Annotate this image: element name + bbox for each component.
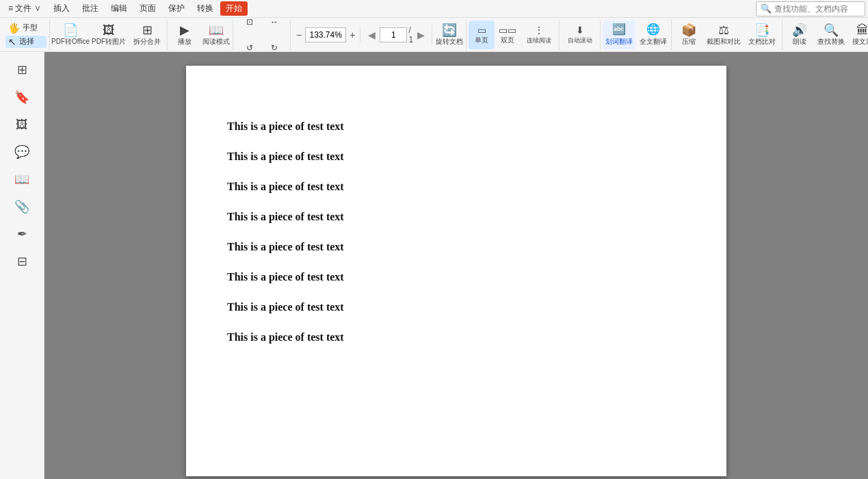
search-input[interactable] [774,4,856,14]
layers-icon: ⊟ [17,254,27,269]
zoom-area: − + [291,27,360,42]
menu-convert[interactable]: 转换 [192,1,219,16]
thumbnail-icon: ⊞ [17,62,27,77]
pdf-page: This is a piece of test textThis is a pi… [186,66,726,476]
full-translate-icon: 🌐 [646,23,660,36]
view-layout-group: ▭ 单页 ▭▭ 双页 ⋮ 连续阅读 [467,20,560,50]
double-page-icon: ▭▭ [499,25,516,35]
comment-icon: 💬 [14,144,29,159]
fit-page-icon: ⊡ [246,17,253,27]
reading-icon: 📖 [14,172,29,187]
sidebar-item-bookmark[interactable]: 🔖 [8,85,36,109]
compare-icon: ⚖ [718,24,729,36]
auto-scroll-group: ⬇ 自动滚动 [560,20,601,50]
auto-scroll-icon: ⬇ [576,25,584,36]
pdf-text-line: This is a piece of test text [227,301,685,313]
single-page-btn[interactable]: ▭ 单页 [469,21,495,49]
hand-tool[interactable]: 🖐 手型 [5,22,47,34]
compare-btn[interactable]: ⚖ 截图和对比 [705,21,742,49]
double-page-btn[interactable]: ▭▭ 双页 [495,21,521,49]
pdf-text-line: This is a piece of test text [227,271,685,283]
menu-bar: ≡ 文件 ∨ 插入 批注 编辑 页面 保护 转换 开始 🔍 [0,0,868,18]
compress-compare-group: 📦 压缩 ⚖ 截图和对比 📑 文档比对 [672,20,782,50]
single-page-icon: ▭ [477,25,486,35]
compare2-btn[interactable]: 📑 文档比对 [744,21,780,49]
rotate-right-icon: ↻ [271,43,278,53]
read-aloud-icon: 🔊 [792,24,807,36]
image-icon: 🖼 [16,118,28,132]
zoom-in-btn[interactable]: + [347,29,357,40]
rotate-file-icon: 🔄 [442,24,457,36]
continuous-read-btn[interactable]: ⋮ 连续阅读 [521,23,557,47]
pdf-to-image-btn[interactable]: 🖼 PDF转图片 [90,21,127,49]
doc-library-icon: 🏛 [856,24,868,36]
compress-icon: 📦 [681,24,696,36]
prev-page-btn[interactable]: ◀ [365,29,378,40]
pdf-image-icon: 🖼 [103,24,115,36]
select-tool[interactable]: ↖ 选择 [5,36,47,48]
read-aloud-btn[interactable]: 🔊 朗读 [785,21,815,49]
pdf-text-line: This is a piece of test text [227,181,685,193]
view-mode-group: ⊡ ↔ ↺ ↻ [234,20,291,50]
word-translate-icon: 🔤 [612,23,626,36]
pdf-text-line: This is a piece of test text [227,331,685,344]
sidebar-item-reading[interactable]: 📖 [8,167,36,192]
fit-width-btn[interactable]: ↔ [263,10,286,34]
rotate-left-icon: ↺ [246,43,253,53]
toolbar: 🖐 手型 ↖ 选择 📄 PDF转Office 🖼 PDF转图片 ⊞ 拆分合并 ▶… [0,18,868,52]
translate-group: 🔤 划词翻译 🌐 全文翻译 [601,20,672,50]
search-bar: 🔍 [756,1,865,16]
pdf-to-office-btn[interactable]: 📄 PDF转Office [52,21,89,49]
bookmark-icon: 🔖 [14,90,29,105]
sidebar-item-attach[interactable]: 📎 [8,194,36,219]
rotate-file-group: 🔄 旋转文档 [433,20,466,50]
page-nav: ◀ / 1 ▶ [361,25,432,44]
menu-insert[interactable]: 插入 [48,1,75,16]
next-page-btn[interactable]: ▶ [415,29,428,40]
misc-group: 🔊 朗读 🔍 查找替换 🏛 搜文库 [783,20,868,50]
pdf-text-line: This is a piece of test text [227,211,685,223]
split-merge-icon: ⊞ [142,24,153,36]
pdf-viewport[interactable]: This is a piece of test textThis is a pi… [44,52,868,479]
pdf-office-group: 📄 PDF转Office 🖼 PDF转图片 ⊞ 拆分合并 [51,20,168,50]
sidebar-item-thumbnail[interactable]: ⊞ [8,57,36,82]
find-replace-icon: 🔍 [824,24,839,36]
read-mode-icon: 📖 [209,24,224,36]
menu-file[interactable]: ≡ 文件 ∨ [3,1,47,16]
sidebar-item-sign[interactable]: ✒ [8,222,36,246]
play-icon: ▶ [180,24,189,36]
menu-protect[interactable]: 保护 [163,1,190,16]
menu-edit[interactable]: 编辑 [105,1,133,16]
sidebar-item-layers[interactable]: ⊟ [8,249,36,274]
play-btn[interactable]: ▶ 播放 [170,21,200,49]
full-translate-btn[interactable]: 🌐 全文翻译 [637,21,670,49]
split-merge-btn[interactable]: ⊞ 拆分合并 [129,21,166,49]
sign-icon: ✒ [17,226,27,242]
menu-page[interactable]: 页面 [134,1,161,16]
compress-btn[interactable]: 📦 压缩 [674,21,704,49]
continuous-icon: ⋮ [534,25,544,36]
pdf-text-line: This is a piece of test text [227,241,685,253]
sidebar-item-image[interactable]: 🖼 [8,112,36,137]
auto-scroll-btn[interactable]: ⬇ 自动滚动 [562,23,599,47]
zoom-input[interactable] [305,27,346,42]
fit-page-btn[interactable]: ⊡ [238,10,261,34]
pdf-text-line: This is a piece of test text [227,120,685,133]
fit-width-icon: ↔ [270,17,278,27]
pdf-text-line: This is a piece of test text [227,151,685,163]
word-translate-btn[interactable]: 🔤 划词翻译 [603,21,635,49]
page-input[interactable] [380,27,407,42]
zoom-out-btn[interactable]: − [294,29,304,40]
sidebar-item-comment[interactable]: 💬 [8,140,36,164]
attach-icon: 📎 [14,199,29,214]
play-read-group: ▶ 播放 📖 阅读模式 [168,20,233,50]
compare2-icon: 📑 [754,24,770,36]
hand-select-group: 🖐 手型 ↖ 选择 [3,20,50,50]
find-replace-btn[interactable]: 🔍 查找替换 [816,21,846,49]
read-mode-btn[interactable]: 📖 阅读模式 [201,21,231,49]
menu-annotate[interactable]: 批注 [77,1,104,16]
doc-library-btn[interactable]: 🏛 搜文库 [847,21,868,49]
content-area: ⊞ 🔖 🖼 💬 📖 📎 ✒ ⊟ This is a piece of test … [0,52,868,479]
pdf-content: This is a piece of test textThis is a pi… [227,120,685,344]
rotate-file-btn[interactable]: 🔄 旋转文档 [434,21,464,49]
